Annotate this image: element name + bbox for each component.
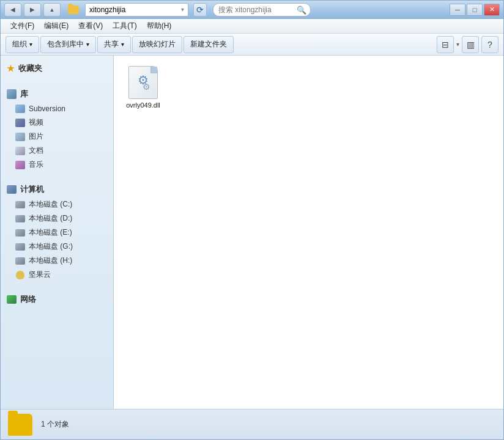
sidebar-item-subversion-label: Subversion xyxy=(29,105,65,113)
sidebar-library-section: 库 Subversion 视频 xyxy=(1,86,113,172)
search-icon[interactable]: 🔍 xyxy=(297,5,306,14)
menu-tools[interactable]: 工具(T) xyxy=(108,20,141,32)
help-button[interactable]: ? xyxy=(481,36,498,53)
refresh-button[interactable]: ⟳ xyxy=(193,3,207,16)
sidebar-network-section: 网络 xyxy=(1,292,113,307)
walnut-icon xyxy=(15,270,25,280)
sidebar-library-icon xyxy=(7,89,17,99)
address-input[interactable] xyxy=(89,6,181,14)
share-button[interactable]: 共享 xyxy=(97,36,131,53)
sidebar-item-image[interactable]: 图片 xyxy=(1,130,113,144)
sidebar-item-jianguo[interactable]: 坚果云 xyxy=(1,268,113,282)
sidebar-item-drive-e[interactable]: 本地磁盘 (E:) xyxy=(1,226,113,240)
image-icon xyxy=(15,132,25,142)
menu-help[interactable]: 帮助(H) xyxy=(142,20,177,32)
doc-icon xyxy=(15,146,25,156)
details-pane-button[interactable]: ▥ xyxy=(462,36,479,53)
sidebar-item-video[interactable]: 视频 xyxy=(1,116,113,130)
sidebar-item-drive-g[interactable]: 本地磁盘 (G:) xyxy=(1,240,113,254)
star-icon: ★ xyxy=(7,64,15,73)
sidebar-item-drive-c-label: 本地磁盘 (C:) xyxy=(29,199,72,210)
include-button[interactable]: 包含到库中 xyxy=(40,36,96,53)
disk-c-icon xyxy=(15,200,25,210)
title-bar: ◀ ▶ ▲ ▾ ⟳ 🔍 ─ □ ✕ xyxy=(1,1,503,19)
sidebar-item-image-label: 图片 xyxy=(29,131,43,142)
sidebar-item-music-label: 音乐 xyxy=(29,160,43,170)
sidebar-item-doc-label: 文档 xyxy=(29,145,43,156)
disk-e-icon xyxy=(15,228,25,238)
sidebar-item-drive-e-label: 本地磁盘 (E:) xyxy=(29,227,72,238)
gear-group: ⚙ ⚙ xyxy=(136,74,150,91)
sidebar-item-drive-h-label: 本地磁盘 (H:) xyxy=(29,255,72,266)
menu-file[interactable]: 文件(F) xyxy=(6,20,39,32)
toolbar: 组织 包含到库中 共享 放映幻灯片 新建文件夹 ⊟ ▾ ▥ ? xyxy=(1,34,503,56)
sidebar: ★ 收藏夹 库 Subversion xyxy=(1,56,114,409)
sidebar-library-label: 库 xyxy=(20,89,28,100)
sidebar-computer-label: 计算机 xyxy=(20,184,44,195)
sidebar-computer-header[interactable]: 计算机 xyxy=(1,182,113,197)
title-bar-left: ◀ ▶ ▲ ▾ ⟳ 🔍 xyxy=(4,3,311,16)
main-content: ★ 收藏夹 库 Subversion xyxy=(1,56,503,409)
forward-button[interactable]: ▶ xyxy=(24,3,41,16)
subversion-icon xyxy=(15,104,25,114)
status-bar: 1 个对象 xyxy=(1,409,503,439)
sidebar-item-doc[interactable]: 文档 xyxy=(1,144,113,158)
video-icon xyxy=(15,118,25,128)
music-icon xyxy=(15,160,25,170)
sidebar-item-subversion[interactable]: Subversion xyxy=(1,102,113,116)
slideshow-button[interactable]: 放映幻灯片 xyxy=(132,36,182,53)
organize-button[interactable]: 组织 xyxy=(6,36,39,53)
search-input[interactable] xyxy=(218,6,294,14)
sidebar-item-jianguo-label: 坚果云 xyxy=(29,270,51,280)
back-button[interactable]: ◀ xyxy=(4,3,21,16)
disk-h-icon xyxy=(15,256,25,266)
sidebar-favorites-section: ★ 收藏夹 xyxy=(1,61,113,76)
close-button[interactable]: ✕ xyxy=(484,4,500,16)
explorer-window: ◀ ▶ ▲ ▾ ⟳ 🔍 ─ □ ✕ 文件(F) 编辑(E) 查看(V) 工具(T… xyxy=(0,0,504,440)
file-icon-dll: ⚙ ⚙ xyxy=(126,65,160,100)
file-area: ⚙ ⚙ ovrly049.dll xyxy=(114,56,503,409)
minimize-button[interactable]: ─ xyxy=(450,4,465,16)
sidebar-library-header[interactable]: 库 xyxy=(1,86,113,102)
sidebar-computer-section: 计算机 本地磁盘 (C:) 本地磁盘 (D:) xyxy=(1,182,113,282)
sidebar-item-drive-h[interactable]: 本地磁盘 (H:) xyxy=(1,254,113,268)
sidebar-network-header[interactable]: 网络 xyxy=(1,292,113,307)
window-controls: ─ □ ✕ xyxy=(450,4,500,16)
up-button[interactable]: ▲ xyxy=(43,3,61,16)
network-icon xyxy=(7,295,17,304)
sidebar-item-drive-d[interactable]: 本地磁盘 (D:) xyxy=(1,211,113,226)
dll-file-icon: ⚙ ⚙ xyxy=(128,66,158,99)
search-box: 🔍 xyxy=(213,3,311,16)
file-name-label: ovrly049.dll xyxy=(126,101,160,109)
file-item-dll[interactable]: ⚙ ⚙ ovrly049.dll xyxy=(119,61,168,116)
sidebar-item-drive-g-label: 本地磁盘 (G:) xyxy=(29,241,73,252)
menu-bar: 文件(F) 编辑(E) 查看(V) 工具(T) 帮助(H) xyxy=(1,19,503,34)
view-toggle-button[interactable]: ⊟ xyxy=(437,36,454,53)
toolbar-right: ⊟ ▾ ▥ ? xyxy=(437,36,498,53)
sidebar-item-music[interactable]: 音乐 xyxy=(1,158,113,172)
sidebar-network-label: 网络 xyxy=(20,294,36,305)
files-grid: ⚙ ⚙ ovrly049.dll xyxy=(119,61,498,404)
menu-view[interactable]: 查看(V) xyxy=(73,20,108,32)
status-folder-icon xyxy=(8,414,32,436)
sidebar-item-drive-d-label: 本地磁盘 (D:) xyxy=(29,213,72,224)
sidebar-item-drive-c[interactable]: 本地磁盘 (C:) xyxy=(1,197,113,211)
sidebar-favorites-header[interactable]: ★ 收藏夹 xyxy=(1,61,113,76)
newfolder-button[interactable]: 新建文件夹 xyxy=(183,36,234,53)
menu-edit[interactable]: 编辑(E) xyxy=(39,20,73,32)
disk-d-icon xyxy=(15,214,25,224)
sidebar-favorites-label: 收藏夹 xyxy=(18,63,42,74)
maximize-button[interactable]: □ xyxy=(467,4,483,16)
gear-small-icon: ⚙ xyxy=(143,82,150,91)
address-bar[interactable]: ▾ xyxy=(85,3,188,16)
path-folder-icon xyxy=(68,6,79,14)
computer-icon xyxy=(7,185,17,194)
disk-g-icon xyxy=(15,242,25,252)
sidebar-item-video-label: 视频 xyxy=(29,117,43,128)
status-count: 1 个对象 xyxy=(41,419,69,430)
